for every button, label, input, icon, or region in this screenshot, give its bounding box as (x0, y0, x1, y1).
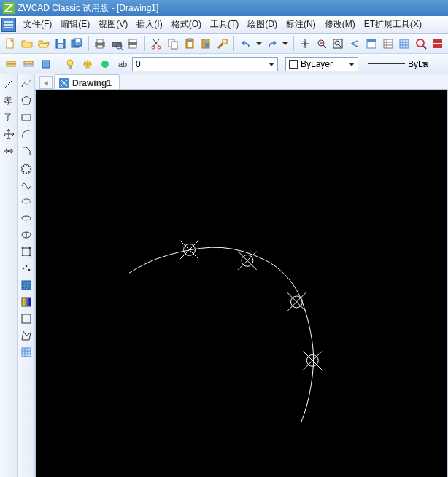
print-icon[interactable] (93, 36, 108, 52)
window-title: ZWCAD Classic 试用版 - [Drawing1] (18, 2, 158, 15)
menu-dim[interactable]: 标注(N) (282, 16, 320, 33)
svg-rect-19 (171, 42, 177, 49)
publish-icon[interactable] (125, 36, 141, 52)
svg-rect-4 (58, 39, 63, 43)
rectangle-icon[interactable] (18, 109, 34, 125)
text-dim2-icon[interactable]: 子 (1, 109, 17, 125)
match-icon[interactable] (215, 36, 231, 52)
svg-rect-5 (58, 44, 63, 48)
menu-tools[interactable]: 工具(T) (206, 16, 243, 33)
text-tool-icon[interactable] (18, 344, 34, 360)
svg-point-57 (22, 268, 24, 270)
undo-dropdown-icon[interactable] (255, 36, 263, 52)
color-dropdown[interactable]: ByLayer (285, 57, 358, 71)
arc2-icon[interactable] (18, 143, 34, 159)
separator (144, 36, 145, 51)
menu-edit[interactable]: 编辑(E) (56, 16, 94, 33)
svg-text:ab: ab (118, 60, 127, 69)
ltype-selected: ByLa (408, 59, 428, 69)
zoom-extents-icon[interactable] (414, 36, 429, 52)
point-icon[interactable] (18, 260, 34, 276)
svg-rect-49 (22, 115, 31, 120)
construction-icon[interactable] (1, 143, 17, 159)
titlebar: ZWCAD Classic 试用版 - [Drawing1] (0, 0, 448, 16)
svg-point-42 (67, 60, 73, 66)
menu-view[interactable]: 视图(V) (94, 16, 132, 33)
menu-modify[interactable]: 修改(M) (320, 16, 360, 33)
canvas-area: ◄ Drawing1 (35, 74, 448, 477)
menu-insert[interactable]: 插入(I) (132, 16, 166, 33)
svg-rect-22 (188, 42, 192, 47)
drawing-canvas[interactable] (35, 89, 448, 477)
new-icon[interactable] (3, 36, 18, 52)
menu-et[interactable]: ET扩展工具(X) (360, 16, 426, 33)
svg-rect-62 (22, 314, 31, 323)
ellipse-arc-icon[interactable] (18, 210, 34, 226)
ellipse-icon[interactable] (18, 193, 34, 209)
layer-bulb-icon[interactable] (62, 56, 78, 72)
redo-icon[interactable] (264, 36, 279, 52)
svg-rect-33 (400, 39, 409, 48)
text-dim-icon[interactable]: 孝 (1, 93, 17, 109)
svg-text:子: 子 (4, 112, 12, 123)
svg-rect-25 (205, 43, 209, 47)
menu-draw[interactable]: 绘图(D) (243, 16, 282, 33)
saveas-icon[interactable] (69, 36, 85, 52)
save-icon[interactable] (53, 36, 68, 52)
doc-tab-active[interactable]: Drawing1 (54, 74, 120, 89)
arc-icon[interactable] (18, 126, 34, 142)
app-menu-icon[interactable] (1, 18, 16, 32)
zoom-prev-icon[interactable] (347, 36, 363, 52)
svg-rect-21 (188, 39, 192, 41)
color-selected: ByLayer (301, 59, 333, 69)
region-icon[interactable] (18, 311, 34, 327)
text-override-icon[interactable]: ab (115, 56, 131, 72)
polygon-icon[interactable] (18, 93, 34, 109)
zoom-realtime-icon[interactable] (314, 36, 329, 52)
layer-states-icon[interactable] (3, 56, 19, 72)
doc-tab-label: Drawing1 (72, 78, 112, 88)
layer-dropdown[interactable]: 0 (132, 57, 278, 71)
svg-point-55 (21, 255, 23, 257)
move-icon[interactable] (1, 126, 17, 142)
menu-file[interactable]: 文件(F) (19, 16, 56, 33)
layer-freeze-icon[interactable] (80, 56, 96, 72)
svg-rect-15 (128, 42, 137, 45)
polyline-icon[interactable] (18, 76, 34, 92)
app-icon (3, 2, 15, 14)
separator (233, 36, 234, 51)
donut-icon[interactable] (18, 227, 34, 243)
ltype-dropdown[interactable]: ByLa (366, 57, 430, 71)
svg-rect-31 (367, 39, 376, 42)
folder-open-icon[interactable] (36, 36, 51, 52)
cut-icon[interactable] (149, 36, 164, 52)
line-icon[interactable] (1, 76, 17, 92)
zoom-window-icon[interactable] (331, 36, 346, 52)
gradient-icon[interactable] (18, 294, 34, 310)
doc-tab-prev-icon[interactable]: ◄ (39, 76, 53, 89)
revcloud-icon[interactable] (18, 160, 34, 176)
layer-iso-icon[interactable] (38, 56, 54, 72)
help-icon[interactable] (430, 36, 445, 52)
hatch-icon[interactable] (18, 277, 34, 293)
pan-icon[interactable] (297, 36, 312, 52)
spline-icon[interactable] (18, 177, 34, 193)
svg-rect-40 (24, 64, 33, 66)
undo-icon[interactable] (238, 36, 253, 52)
separator (58, 57, 58, 71)
print-preview-icon[interactable] (109, 36, 124, 52)
redo-dropdown-icon[interactable] (281, 36, 289, 52)
paste-block-icon[interactable] (198, 36, 214, 52)
layer-off-icon[interactable] (20, 56, 36, 72)
paste-icon[interactable] (182, 36, 197, 52)
copy-icon[interactable] (165, 36, 180, 52)
svg-rect-24 (204, 39, 208, 41)
table-tool-icon[interactable] (18, 327, 34, 344)
folder-icon[interactable] (20, 36, 35, 52)
block-icon[interactable] (18, 244, 34, 260)
window-icon[interactable] (363, 36, 379, 52)
menu-format[interactable]: 格式(O) (167, 16, 206, 33)
properties-icon[interactable] (380, 36, 395, 52)
table-icon[interactable] (397, 36, 412, 52)
layer-color-icon[interactable] (97, 56, 113, 72)
